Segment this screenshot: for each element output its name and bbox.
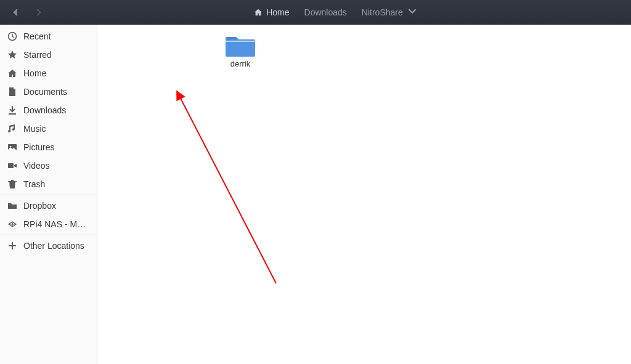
sidebar-item-videos[interactable]: Videos: [0, 156, 97, 175]
folder-remote-icon: [7, 201, 17, 211]
sidebar-item-recent[interactable]: Recent: [0, 27, 97, 46]
sidebar: Recent Starred Home Documents Downloads …: [0, 25, 97, 364]
sidebar-item-pictures[interactable]: Pictures: [0, 138, 97, 156]
headerbar: Home Downloads NitroShare: [0, 0, 631, 25]
folder-item-derrik[interactable]: derrik: [211, 30, 270, 72]
home-icon: [7, 68, 17, 78]
sidebar-item-dropbox[interactable]: Dropbox: [0, 196, 97, 215]
download-icon: [7, 105, 17, 115]
sidebar-item-trash[interactable]: Trash: [0, 175, 97, 193]
music-icon: [7, 124, 17, 134]
trash-icon: [7, 179, 17, 189]
nav-buttons: [7, 4, 47, 21]
video-icon: [7, 161, 17, 171]
pictures-icon: [7, 142, 17, 152]
sidebar-item-downloads[interactable]: Downloads: [0, 101, 97, 119]
sidebar-item-label: Dropbox: [23, 201, 56, 211]
folder-icon: [226, 33, 255, 58]
star-icon: [7, 50, 17, 60]
sidebar-item-other-locations[interactable]: Other Locations: [0, 237, 97, 255]
svg-rect-3: [8, 163, 14, 168]
sidebar-item-starred[interactable]: Starred: [0, 46, 97, 64]
svg-line-5: [177, 92, 276, 283]
path-label: Home: [266, 7, 289, 17]
sidebar-item-documents[interactable]: Documents: [0, 83, 97, 101]
path-label: NitroShare: [362, 7, 403, 17]
path-segment-home[interactable]: Home: [246, 5, 296, 20]
clock-icon: [7, 31, 17, 41]
sidebar-item-label: Pictures: [23, 142, 55, 152]
file-view[interactable]: derrik: [97, 25, 631, 364]
forward-button[interactable]: [30, 4, 47, 21]
home-icon: [254, 8, 263, 17]
sidebar-item-label: RPi4 NAS - Me…: [23, 219, 89, 229]
chevron-down-icon: [408, 7, 417, 17]
sidebar-item-rpi4nas[interactable]: RPi4 NAS - Me…: [0, 215, 97, 233]
arrow-right-icon: [34, 8, 43, 17]
path-segment-downloads[interactable]: Downloads: [297, 5, 354, 20]
sidebar-item-label: Documents: [23, 87, 67, 97]
sidebar-item-label: Other Locations: [23, 241, 84, 251]
plus-icon: [7, 241, 17, 251]
arrow-left-icon: [12, 8, 20, 17]
sidebar-item-label: Recent: [23, 31, 51, 41]
sidebar-item-music[interactable]: Music: [0, 119, 97, 138]
svg-rect-4: [226, 41, 255, 42]
path-label: Downloads: [304, 7, 347, 17]
sidebar-item-label: Starred: [23, 50, 52, 60]
path-segment-nitroshare[interactable]: NitroShare: [354, 4, 424, 20]
sidebar-item-label: Home: [23, 68, 46, 78]
sidebar-item-label: Downloads: [23, 105, 66, 115]
sidebar-section-places: Recent Starred Home Documents Downloads …: [0, 27, 97, 195]
netdrive-icon: [7, 219, 17, 229]
svg-point-2: [10, 146, 12, 148]
sidebar-item-label: Music: [23, 124, 46, 134]
annotation-arrow: [97, 25, 631, 364]
folder-label: derrik: [230, 59, 251, 68]
pathbar: Home Downloads NitroShare: [47, 4, 624, 20]
sidebar-section-mounts: Dropbox RPi4 NAS - Me…: [0, 196, 97, 235]
sidebar-item-label: Videos: [23, 161, 50, 171]
content-area: Recent Starred Home Documents Downloads …: [0, 25, 631, 364]
document-icon: [7, 87, 17, 97]
back-button[interactable]: [7, 4, 25, 21]
sidebar-item-label: Trash: [23, 179, 45, 189]
sidebar-item-home[interactable]: Home: [0, 64, 97, 83]
sidebar-section-other: Other Locations: [0, 237, 97, 255]
